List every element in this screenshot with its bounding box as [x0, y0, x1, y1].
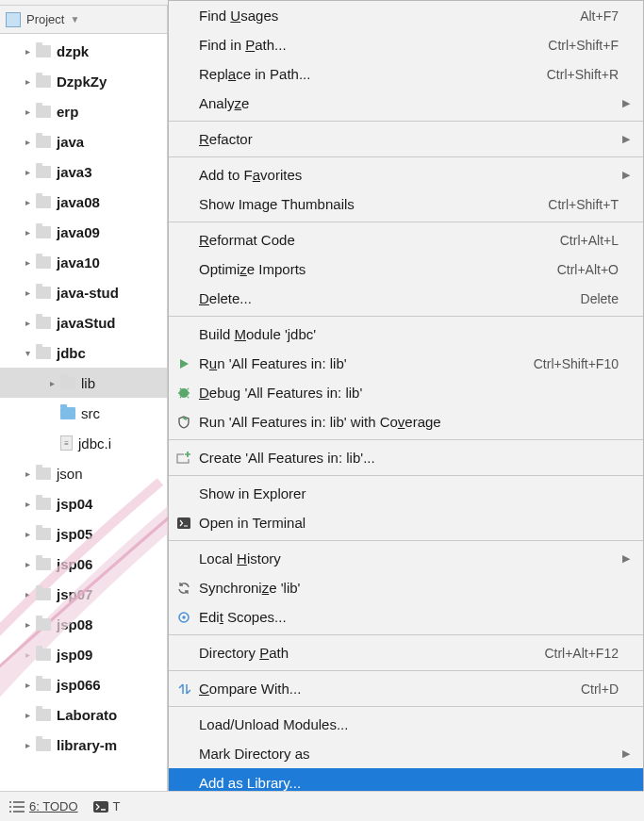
folder-icon — [60, 377, 75, 389]
list-icon — [9, 801, 25, 813]
folder-icon — [36, 498, 51, 510]
tree-item-javaStud[interactable]: ▸javaStud — [0, 307, 167, 337]
sidebar-title: Project — [26, 12, 64, 26]
chevron-right-icon: ▸ — [21, 44, 34, 57]
tree-label: lib — [81, 375, 95, 391]
menu-item[interactable]: Add to Favorites▶ — [169, 160, 643, 189]
menu-item[interactable]: Find in Path...Ctrl+Shift+F — [169, 30, 643, 59]
chevron-right-icon: ▸ — [21, 165, 34, 178]
tree-item-jdbc[interactable]: ▾jdbc — [0, 337, 167, 368]
tree-label: jsp08 — [57, 616, 92, 632]
chevron-right-icon: ▸ — [45, 376, 58, 389]
tree-item-jdbc.i[interactable]: ≡jdbc.i — [0, 428, 167, 458]
compare-icon — [173, 682, 195, 696]
menu-item[interactable]: Show Image ThumbnailsCtrl+Shift+T — [169, 189, 643, 219]
tree-item-src[interactable]: src — [0, 398, 167, 428]
menu-label: Open in Terminal — [199, 515, 619, 531]
tree-label: jdbc — [57, 345, 86, 361]
menu-item[interactable]: Reformat CodeCtrl+Alt+L — [169, 225, 643, 255]
menu-label: Analyze — [199, 95, 619, 111]
sidebar-header[interactable]: Project ▼ — [0, 6, 167, 34]
tree-item-jsp08[interactable]: ▸jsp08 — [0, 609, 167, 639]
menu-shortcut: Ctrl+Shift+R — [547, 67, 619, 82]
debug-icon — [173, 386, 195, 400]
folder-icon — [36, 75, 51, 88]
tree-item-jsp066[interactable]: ▸jsp066 — [0, 669, 167, 699]
tree-item-lib[interactable]: ▸lib — [0, 368, 167, 398]
menu-label: Debug 'All Features in: lib' — [199, 385, 619, 401]
tree-label: json — [57, 466, 83, 482]
menu-label: Find in Path... — [199, 37, 548, 53]
menu-label: Load/Unload Modules... — [199, 716, 619, 732]
menu-label: Create 'All Features in: lib'... — [199, 450, 619, 466]
menu-item[interactable]: Local History▶ — [169, 544, 643, 573]
folder-icon — [36, 679, 51, 691]
menu-item[interactable]: Find UsagesAlt+F7 — [169, 1, 643, 30]
tree-label: jsp05 — [57, 526, 92, 542]
tree-item-library-m[interactable]: ▸library-m — [0, 730, 167, 760]
chevron-right-icon: ▸ — [21, 708, 34, 721]
tree-item-jsp09[interactable]: ▸jsp09 — [0, 639, 167, 669]
menu-item[interactable]: Synchronize 'lib' — [169, 573, 643, 602]
tree-label: jdbc.i — [78, 435, 111, 452]
tree-item-java09[interactable]: ▸java09 — [0, 217, 167, 247]
menu-shortcut: Delete — [581, 291, 619, 306]
chevron-right-icon: ▸ — [21, 74, 34, 88]
chevron-right-icon: ▸ — [21, 255, 34, 269]
tree-item-jsp07[interactable]: ▸jsp07 — [0, 579, 167, 609]
menu-item[interactable]: Mark Directory as▶ — [169, 739, 643, 768]
svg-point-5 — [182, 616, 185, 618]
menu-shortcut: Ctrl+Shift+F10 — [534, 356, 619, 371]
tree-item-java[interactable]: ▸java — [0, 126, 167, 156]
menu-item[interactable]: Edit Scopes... — [169, 602, 643, 632]
tree-item-java-stud[interactable]: ▸java-stud — [0, 277, 167, 307]
menu-shortcut: Ctrl+Alt+L — [560, 233, 619, 248]
menu-item[interactable]: Show in Explorer — [169, 479, 643, 508]
todo-tool-button[interactable]: 6: TODO — [9, 799, 78, 813]
run-icon — [173, 357, 195, 370]
tree-item-DzpkZy[interactable]: ▸DzpkZy — [0, 66, 167, 96]
tree-item-java08[interactable]: ▸java08 — [0, 187, 167, 217]
folder-icon — [36, 347, 51, 359]
tree-item-json[interactable]: ▸json — [0, 458, 167, 488]
menu-item[interactable]: Compare With...Ctrl+D — [169, 674, 643, 703]
tree-item-java10[interactable]: ▸java10 — [0, 247, 167, 277]
menu-item[interactable]: Optimize ImportsCtrl+Alt+O — [169, 255, 643, 284]
menu-item[interactable]: Delete...Delete — [169, 284, 643, 313]
svg-rect-3 — [177, 517, 190, 529]
dropdown-arrow-icon[interactable]: ▼ — [70, 14, 79, 25]
menu-item[interactable]: Debug 'All Features in: lib' — [169, 378, 643, 407]
tree-item-jsp05[interactable]: ▸jsp05 — [0, 518, 167, 549]
chevron-right-icon: ▸ — [21, 467, 34, 480]
chevron-right-icon: ▸ — [21, 587, 34, 600]
menu-label: Find Usages — [199, 8, 580, 24]
create-icon — [173, 452, 195, 465]
terminal-icon — [173, 517, 195, 529]
menu-item[interactable]: Directory PathCtrl+Alt+F12 — [169, 638, 643, 667]
menu-item[interactable]: Run 'All Features in: lib'Ctrl+Shift+F10 — [169, 349, 643, 378]
submenu-arrow-icon: ▶ — [619, 97, 630, 109]
menu-item[interactable]: Build Module 'jdbc' — [169, 320, 643, 349]
menu-item[interactable]: Open in Terminal — [169, 508, 643, 537]
menu-label: Build Module 'jdbc' — [199, 326, 619, 342]
tree-item-jsp06[interactable]: ▸jsp06 — [0, 549, 167, 579]
menu-item[interactable]: Replace in Path...Ctrl+Shift+R — [169, 59, 643, 89]
tree-item-erp[interactable]: ▸erp — [0, 96, 167, 126]
tree-item-dzpk[interactable]: ▸dzpk — [0, 36, 167, 66]
menu-item[interactable]: Create 'All Features in: lib'... — [169, 443, 643, 472]
menu-item[interactable]: Analyze▶ — [169, 89, 643, 118]
tree-item-Laborato[interactable]: ▸Laborato — [0, 699, 167, 730]
tree-item-jsp04[interactable]: ▸jsp04 — [0, 488, 167, 518]
tree-item-java3[interactable]: ▸java3 — [0, 156, 167, 187]
menu-item[interactable]: Load/Unload Modules... — [169, 710, 643, 739]
terminal-tool-button[interactable]: T — [93, 799, 121, 813]
chevron-right-icon: ▸ — [21, 497, 34, 510]
folder-icon — [36, 45, 51, 57]
folder-icon — [36, 618, 51, 631]
menu-item[interactable]: Refactor▶ — [169, 124, 643, 154]
menu-item[interactable]: Run 'All Features in: lib' with Coverage — [169, 407, 643, 436]
menu-label: Add as Library... — [199, 775, 619, 791]
tree-label: jsp04 — [57, 496, 92, 512]
folder-icon — [36, 106, 51, 118]
tree-label: java08 — [57, 194, 100, 210]
